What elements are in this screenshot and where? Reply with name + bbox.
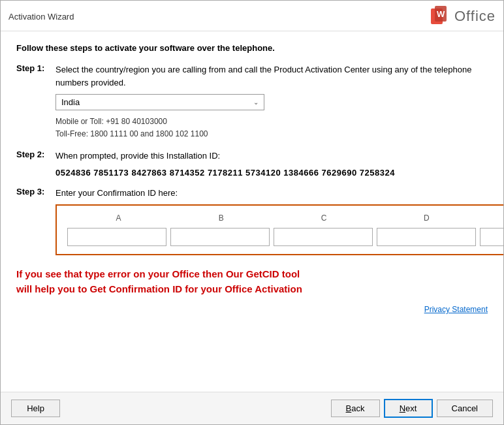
conf-input-b[interactable] bbox=[170, 228, 270, 246]
cancel-label: Cancel bbox=[452, 403, 478, 413]
dialog-title: Activation Wizard bbox=[8, 12, 74, 22]
footer-left: Help bbox=[11, 400, 326, 417]
step-3-label: Step 3: bbox=[16, 187, 50, 256]
col-c: C bbox=[273, 213, 375, 223]
step-3: Step 3: Enter your Confirmation ID here:… bbox=[16, 187, 488, 256]
promo-text: If you see that type error on your Offic… bbox=[16, 267, 488, 296]
dropdown-chevron-icon: ⌄ bbox=[253, 99, 259, 106]
back-label-rest: ack bbox=[351, 403, 364, 413]
confirmation-inputs bbox=[67, 228, 503, 246]
confirmation-column-headers: A B C D E F G H bbox=[67, 213, 503, 223]
confirmation-box: A B C D E F G H bbox=[55, 204, 503, 255]
step-1-desc: Select the country/region you are callin… bbox=[55, 63, 488, 89]
installation-id: 0524836 7851173 8427863 8714352 7178211 … bbox=[55, 168, 488, 178]
office-logo: W Office bbox=[430, 6, 496, 27]
step-2-label: Step 2: bbox=[16, 150, 50, 178]
help-button[interactable]: Help bbox=[11, 400, 60, 417]
svg-text:W: W bbox=[437, 9, 445, 19]
conf-input-e[interactable] bbox=[480, 228, 503, 246]
step-1-content: Select the country/region you are callin… bbox=[55, 63, 488, 140]
footer-right: Back Next Cancel bbox=[331, 399, 493, 418]
next-label: N bbox=[400, 403, 405, 413]
country-dropdown[interactable]: India ⌄ bbox=[55, 94, 264, 110]
next-button[interactable]: Next bbox=[384, 399, 433, 418]
main-heading: Follow these steps to activate your soft… bbox=[16, 43, 488, 53]
privacy-statement-link[interactable]: Privacy Statement bbox=[424, 305, 488, 314]
step-2: Step 2: When prompted, provide this Inst… bbox=[16, 150, 488, 178]
col-b: B bbox=[170, 213, 272, 223]
col-a: A bbox=[67, 213, 170, 223]
step-1-label: Step 1: bbox=[16, 63, 50, 140]
step-3-content: Enter your Confirmation ID here: A B C D… bbox=[55, 187, 503, 256]
title-bar: Activation Wizard W Office bbox=[1, 1, 503, 31]
dialog-content: Follow these steps to activate your soft… bbox=[1, 31, 503, 392]
office-text: Office bbox=[454, 8, 496, 25]
activation-wizard-dialog: Activation Wizard W Office Follow these … bbox=[0, 0, 504, 425]
back-label: B bbox=[346, 403, 352, 413]
country-selected-value: India bbox=[61, 97, 80, 107]
col-d: D bbox=[375, 213, 478, 223]
step-2-content: When prompted, provide this Installation… bbox=[55, 150, 488, 178]
conf-input-d[interactable] bbox=[377, 228, 476, 246]
next-label-rest: ext bbox=[405, 403, 417, 413]
phone-info-1: Mobile or Toll: +91 80 40103000 bbox=[55, 116, 488, 128]
col-e: E bbox=[478, 213, 503, 223]
step-3-desc: Enter your Confirmation ID here: bbox=[55, 187, 503, 200]
office-logo-icon: W bbox=[430, 6, 450, 27]
phone-info-2: Toll-Free: 1800 1111 00 and 1800 102 110… bbox=[55, 128, 488, 140]
step-2-desc: When prompted, provide this Installation… bbox=[55, 150, 488, 163]
conf-input-c[interactable] bbox=[274, 228, 373, 246]
conf-input-a[interactable] bbox=[67, 228, 166, 246]
cancel-button[interactable]: Cancel bbox=[437, 400, 493, 417]
back-button[interactable]: Back bbox=[331, 400, 380, 417]
step-1: Step 1: Select the country/region you ar… bbox=[16, 63, 488, 140]
footer: Help Back Next Cancel bbox=[1, 392, 503, 424]
help-label: Help bbox=[27, 403, 44, 413]
privacy-link-row: Privacy Statement bbox=[16, 302, 488, 317]
